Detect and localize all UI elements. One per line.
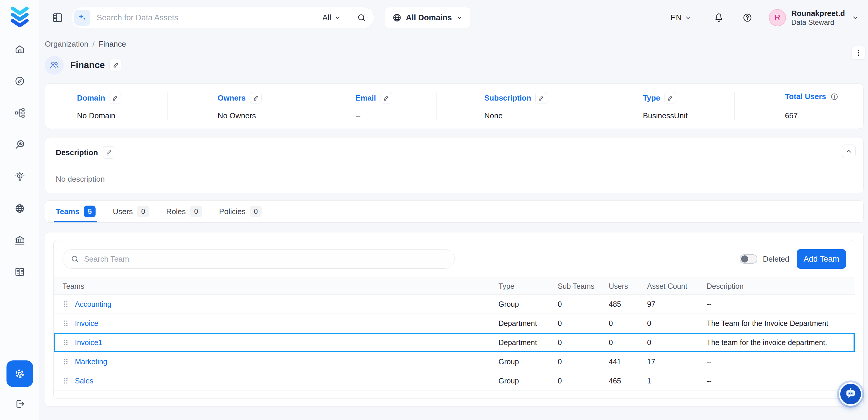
edit-domain-button[interactable] (109, 92, 121, 104)
team-link[interactable]: Accounting (75, 300, 112, 308)
team-actions-menu-button[interactable] (852, 46, 865, 60)
column-header-sub-teams: Sub Teams (558, 282, 609, 291)
team-link[interactable]: Marketing (75, 357, 107, 366)
tab-policies[interactable]: Policies 0 (217, 201, 264, 222)
page-title: Finance (70, 60, 105, 70)
team-link[interactable]: Invoice1 (75, 338, 102, 347)
chevron-down-icon (334, 14, 341, 21)
global-search-input[interactable] (97, 13, 322, 22)
sidebar-item-settings[interactable] (6, 360, 33, 387)
pencil-icon (252, 95, 259, 101)
table-row-marketing: Marketing Group 0 441 17 -- (54, 352, 855, 371)
edit-email-button[interactable] (380, 92, 392, 104)
user-role: Data Steward (791, 18, 845, 27)
domains-dropdown[interactable]: All Domains (385, 7, 470, 28)
cell-sub-teams: 0 (558, 300, 609, 308)
owners-value: No Owners (218, 111, 305, 120)
tab-users[interactable]: Users 0 (111, 201, 151, 222)
lightbulb-icon (14, 171, 25, 182)
cell-users: 485 (609, 300, 647, 308)
app-logo[interactable] (10, 6, 30, 27)
sidebar-bottom (6, 354, 33, 420)
sidebar-item-observability[interactable] (11, 136, 28, 153)
edit-type-button[interactable] (664, 92, 676, 104)
sidebar-item-domains[interactable] (11, 200, 28, 217)
book-icon (14, 267, 25, 278)
pencil-icon (112, 95, 118, 101)
language-dropdown[interactable]: EN (671, 13, 692, 22)
drag-handle-icon[interactable] (63, 300, 69, 308)
info-field-owners: Owners No Owners (167, 92, 305, 120)
logout-button[interactable] (11, 395, 28, 412)
cell-description: -- (707, 300, 855, 308)
drag-handle-icon[interactable] (63, 376, 69, 385)
robot-icon (844, 387, 857, 401)
add-team-button[interactable]: Add Team (797, 249, 846, 269)
table-row-sales: Sales Group 0 465 1 -- (54, 371, 855, 390)
global-search-bar: All (71, 7, 374, 28)
search-icon (70, 254, 79, 263)
cell-asset-count: 1 (647, 377, 707, 385)
description-card: Description No description (45, 137, 864, 193)
teams-panel: Deleted Add Team Teams Type Sub Teams Us… (45, 232, 864, 407)
search-submit-button[interactable] (357, 13, 366, 22)
sidebar-nav (11, 41, 28, 281)
bank-icon (14, 235, 25, 246)
info-field-domain: Domain No Domain (45, 92, 167, 120)
sidebar-item-insights[interactable] (11, 168, 28, 185)
info-field-type: Type BusinessUnit (591, 92, 735, 120)
sidebar-toggle-button[interactable] (52, 12, 63, 24)
sidebar-item-govern[interactable] (11, 232, 28, 249)
cell-sub-teams: 0 (558, 319, 609, 328)
chatbot-button[interactable] (839, 382, 862, 406)
drag-handle-icon[interactable] (63, 319, 69, 328)
owners-label: Owners (218, 93, 246, 102)
edit-description-button[interactable] (103, 146, 115, 159)
drag-handle-icon[interactable] (63, 357, 69, 366)
sidebar-item-explore[interactable] (11, 72, 28, 90)
search-icon (357, 13, 366, 22)
collapse-description-button[interactable] (842, 145, 856, 158)
edit-owners-button[interactable] (250, 92, 261, 104)
notifications-button[interactable] (713, 12, 724, 23)
breadcrumb-organization[interactable]: Organization (45, 39, 88, 49)
edit-subscription-button[interactable] (535, 92, 547, 104)
team-search-input[interactable] (84, 254, 447, 264)
deleted-toggle[interactable] (740, 254, 757, 264)
user-avatar[interactable]: R (769, 9, 786, 26)
tab-roles[interactable]: Roles 0 (164, 201, 204, 222)
help-button[interactable] (742, 13, 752, 23)
users-icon (49, 60, 60, 70)
team-search-bar (63, 249, 455, 269)
ai-sparkle-icon[interactable] (74, 10, 90, 26)
teams-table-header: Teams Type Sub Teams Users Asset Count D… (54, 277, 855, 295)
drag-handle-icon[interactable] (63, 338, 69, 347)
cell-asset-count: 0 (647, 319, 707, 328)
table-row-accounting: Accounting Group 0 485 97 -- (54, 295, 855, 314)
sidebar-item-home[interactable] (11, 41, 28, 58)
chevron-down-icon[interactable] (851, 14, 859, 22)
topbar-right: EN R Rounakpreet.d Data Steward (671, 8, 859, 27)
bell-icon (713, 12, 724, 23)
table-row-invoice: Invoice Department 0 0 0 The Team for th… (54, 314, 855, 333)
sidebar-item-data-flow[interactable] (11, 104, 28, 121)
pencil-icon (667, 95, 673, 101)
flow-icon (14, 107, 25, 119)
sidebar-item-knowledge-center[interactable] (11, 264, 28, 281)
edit-team-name-button[interactable] (110, 59, 122, 71)
pencil-icon (105, 149, 112, 156)
search-scope-label: All (322, 13, 331, 22)
email-label: Email (355, 93, 376, 102)
search-scope-dropdown[interactable]: All (322, 13, 341, 22)
home-icon (14, 44, 25, 55)
cell-sub-teams: 0 (558, 357, 609, 366)
cell-sub-teams: 0 (558, 338, 609, 347)
team-link[interactable]: Invoice (75, 319, 98, 328)
tab-policies-count: 0 (250, 206, 261, 217)
user-menu[interactable]: Rounakpreet.d Data Steward (791, 8, 845, 27)
team-link[interactable]: Sales (75, 377, 93, 385)
pencil-icon (538, 95, 545, 101)
tab-teams[interactable]: Teams 5 (54, 201, 97, 222)
cell-asset-count: 17 (647, 357, 707, 366)
cell-users: 465 (609, 377, 647, 385)
